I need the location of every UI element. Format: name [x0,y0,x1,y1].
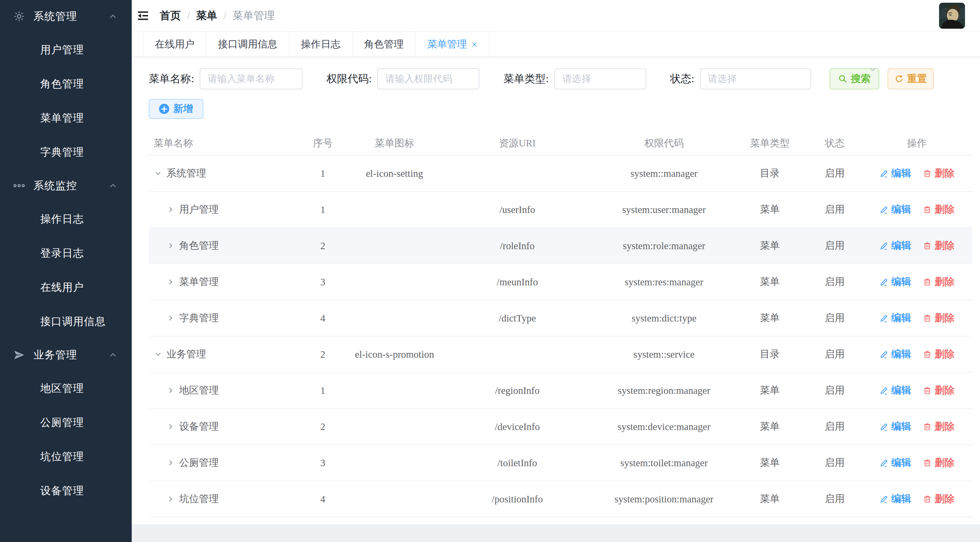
edit-button[interactable]: 编辑 [879,456,911,470]
sidebar-item[interactable]: 操作日志 [0,202,132,236]
perm-code-input[interactable] [377,68,479,89]
close-icon[interactable]: × [472,39,477,49]
edit-label: 编辑 [891,239,911,253]
edit-button[interactable]: 编辑 [879,311,911,325]
table-row[interactable]: 用户管理1/userInfosystem:user:manager菜单启用编辑删… [149,192,972,228]
sidebar-item[interactable]: 菜单管理 [0,101,132,135]
edit-button[interactable]: 编辑 [879,203,911,217]
sidebar-item[interactable]: 用户管理 [0,33,132,67]
expand-row-icon[interactable] [166,458,175,467]
table-row[interactable]: 地区管理1/regionInfosystem:region:manager菜单启… [149,373,972,409]
delete-button[interactable]: 删除 [923,492,955,506]
expand-row-icon[interactable] [166,205,175,214]
table-row[interactable]: 设备管理2/deviceInfosystem:device:manager菜单启… [149,409,972,445]
cell-status: 启用 [804,239,865,253]
edit-button[interactable]: 编辑 [879,384,911,397]
cell-perm-code: system:toilet:manager [592,458,736,469]
cell-order: 3 [299,458,347,469]
delete-button[interactable]: 删除 [923,420,955,434]
expand-row-icon[interactable] [166,494,175,504]
cell-status: 启用 [804,275,865,289]
delete-button[interactable]: 删除 [923,348,955,361]
sidebar-item[interactable]: 接口调用信息 [0,304,132,339]
add-button[interactable]: + 新增 [149,99,204,119]
edit-button[interactable]: 编辑 [879,239,911,253]
sidebar-item[interactable]: 设备管理 [0,474,132,508]
table-row[interactable]: 角色管理2/roleInfosystem:role:manager菜单启用编辑删… [149,228,972,264]
sidebar-item[interactable]: 坑位管理 [0,440,132,474]
cell-menu-type: 目录 [736,167,804,180]
search-button[interactable]: 搜索 [829,68,879,89]
cell-menu-type: 菜单 [736,239,804,253]
edit-button[interactable]: 编辑 [879,420,911,434]
cell-menu-type: 菜单 [736,203,804,217]
delete-icon [923,169,935,178]
sidebar-item[interactable]: 在线用户 [0,270,132,304]
edit-button[interactable]: 编辑 [879,492,911,506]
delete-icon [923,205,935,214]
breadcrumb-home[interactable]: 首页 [160,8,181,23]
expand-row-icon[interactable] [166,422,175,431]
table-row[interactable]: 业务管理2el-icon-s-promotionsystem::service目… [149,336,972,373]
sidebar-group-2[interactable]: 业务管理 [0,339,132,371]
sidebar-group-1[interactable]: 系统监控 [0,169,132,202]
cell-perm-code: system:res:manager [592,276,736,288]
filter-bar: 菜单名称: 权限代码: 菜单类型: 状态: 搜索 [149,57,972,89]
cell-menu-type: 菜单 [736,492,804,506]
sidebar-group-0[interactable]: 系统管理 [0,0,132,33]
cell-menu-type: 菜单 [736,275,804,289]
cell-menu-name: 业务管理 [149,348,299,361]
cell-perm-code: system:dict:type [592,312,736,324]
table-row[interactable]: 公厕管理3/toiletInfosystem:toilet:manager菜单启… [149,445,972,481]
plus-circle-icon: + [159,104,169,114]
breadcrumb-menu[interactable]: 菜单 [196,8,217,23]
delete-icon [923,422,935,431]
tab-item[interactable]: 在线用户 [143,31,207,57]
sidebar-item[interactable]: 登录日志 [0,236,132,270]
delete-button[interactable]: 删除 [923,203,955,217]
expand-row-icon[interactable] [166,314,175,322]
sidebar-collapse-icon[interactable] [135,8,151,24]
sidebar-item[interactable]: 地区管理 [0,371,132,405]
table-row[interactable]: 坑位管理4/positionInfosystem:position:manage… [149,481,972,517]
menu-type-select[interactable] [554,68,646,89]
delete-button[interactable]: 删除 [923,311,955,325]
expand-row-icon[interactable] [166,241,175,250]
delete-label: 删除 [935,203,955,217]
status-select[interactable] [700,68,811,89]
cell-order: 3 [299,276,347,288]
tab-item[interactable]: 角色管理 [353,31,415,57]
delete-button[interactable]: 删除 [923,275,955,289]
sidebar-item[interactable]: 公厕管理 [0,405,132,440]
cell-menu-name: 字典管理 [149,311,299,325]
edit-icon [879,314,891,323]
delete-button[interactable]: 删除 [923,167,955,180]
cell-order: 2 [299,240,347,252]
cell-order: 4 [299,494,347,505]
user-avatar[interactable] [939,3,965,29]
expand-row-icon[interactable] [166,386,175,395]
menu-name-input[interactable] [200,68,303,89]
menu-name-text: 业务管理 [167,348,206,361]
delete-button[interactable]: 删除 [923,239,955,253]
tab-item[interactable]: 接口调用信息 [207,31,290,57]
table-row[interactable]: 菜单管理3/meunInfosystem:res:manager菜单启用编辑删除 [149,264,972,300]
delete-button[interactable]: 删除 [923,456,955,470]
edit-button[interactable]: 编辑 [879,167,911,180]
edit-button[interactable]: 编辑 [879,275,911,289]
sidebar-item[interactable]: 角色管理 [0,67,132,101]
tab-label: 接口调用信息 [218,38,277,51]
edit-button[interactable]: 编辑 [879,348,911,361]
table-row[interactable]: 系统管理1el-icon-settingsystem::manager目录启用编… [149,156,972,192]
tab-active[interactable]: 菜单管理× [415,31,489,57]
expand-row-icon[interactable] [166,277,175,286]
tab-label: 操作日志 [301,38,340,51]
edit-label: 编辑 [891,203,911,217]
table-row[interactable]: 字典管理4/dictTypesystem:dict:type菜单启用编辑删除 [149,300,972,336]
tab-item[interactable]: 操作日志 [290,31,353,57]
delete-button[interactable]: 删除 [923,384,955,397]
reset-button[interactable]: 重置 [888,68,934,89]
collapse-row-icon[interactable] [154,350,162,359]
collapse-row-icon[interactable] [154,169,162,178]
sidebar-item[interactable]: 字典管理 [0,135,132,169]
